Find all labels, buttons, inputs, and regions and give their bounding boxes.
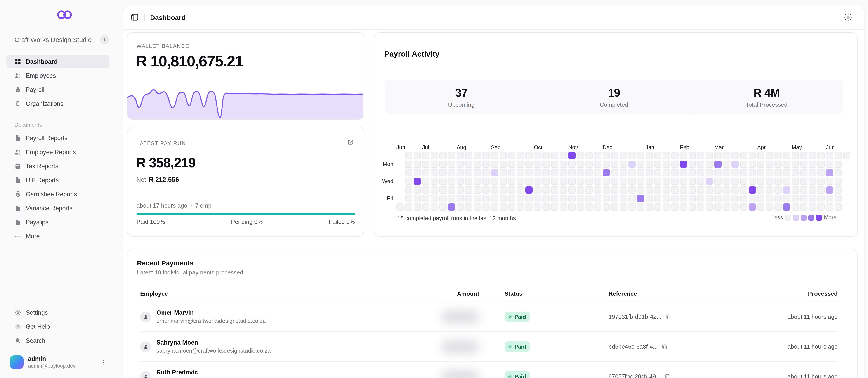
heatmap-cell: [740, 178, 747, 185]
heatmap-cell: [525, 169, 532, 176]
heatmap-cell: [688, 169, 695, 176]
table-row[interactable]: Ruth Predovicruth.predovic@craftworksdes…: [140, 362, 838, 378]
heatmap-cell: [542, 169, 550, 176]
heatmap-month-label: May: [792, 144, 802, 151]
heatmap-cell: [732, 195, 739, 202]
heatmap-cell: [697, 152, 704, 159]
recent-payments-title: Recent Payments: [137, 259, 193, 267]
sidebar-item-variance-reports[interactable]: Variance Reports: [6, 201, 110, 215]
heatmap-cell: [448, 169, 455, 176]
sidebar-item-employee-reports[interactable]: Employee Reports: [6, 145, 110, 159]
sidebar-item-get-help[interactable]: ?Get Help: [6, 320, 110, 333]
heatmap-cell: [723, 152, 730, 159]
payments-table: Employee Amount Status Reference Process…: [140, 285, 838, 378]
employee-avatar: [140, 341, 151, 352]
sidebar-item-uif-reports[interactable]: UIF Reports: [6, 173, 110, 187]
org-name: Craft Works Design Studio: [14, 36, 92, 43]
heatmap-cell: [568, 152, 575, 159]
pay-run-amount: R 358,219: [136, 155, 195, 170]
table-row[interactable]: Sabryna Moensabryna.moen@craftworksdesig…: [140, 332, 838, 362]
heatmap-cell: [491, 169, 498, 176]
heatmap-month-label: Jul: [422, 144, 429, 151]
sidebar-item-payroll-reports[interactable]: Payroll Reports: [6, 131, 110, 145]
kebab-menu-icon[interactable]: [101, 359, 107, 365]
sidebar: Craft Works Design Studio DashboardEmplo…: [0, 0, 116, 378]
heatmap-cell: [774, 195, 781, 202]
heatmap-cell: [783, 160, 790, 167]
heatmap-cell: [792, 203, 799, 211]
stat-value: 37: [455, 86, 467, 99]
org-dropdown-button[interactable]: [100, 35, 110, 44]
sidebar-item-label: Employees: [26, 72, 56, 79]
heatmap-cell: [792, 160, 799, 167]
heatmap-cell: [637, 178, 644, 185]
stat-upcoming: 37 Upcoming: [385, 80, 537, 115]
heatmap-cell: [835, 186, 842, 193]
heatmap-cell: [826, 186, 833, 193]
heatmap-cell: [671, 152, 678, 159]
heatmap-cell: [680, 186, 687, 193]
heatmap-cell: [517, 186, 524, 193]
sidebar-item-search[interactable]: Search: [6, 334, 110, 347]
heatmap-cell: [483, 169, 489, 176]
heatmap-cell: [405, 195, 412, 202]
heatmap-cell: [637, 169, 644, 176]
sidebar-toggle-icon[interactable]: [131, 13, 139, 21]
heatmap-cell: [594, 203, 601, 211]
copy-icon[interactable]: [664, 373, 671, 378]
sidebar-item-payslips[interactable]: Payslips: [6, 215, 110, 229]
heatmap-cell: [568, 178, 575, 185]
heatmap-cell: [422, 160, 429, 167]
heatmap-cell: [594, 178, 601, 185]
heatmap-cell: [826, 178, 833, 185]
wallet-sparkline-chart: [127, 86, 364, 120]
sidebar-item-organizations[interactable]: Organizations: [6, 97, 110, 110]
heatmap-cell: [585, 195, 592, 202]
heatmap-cell: [439, 203, 446, 211]
heatmap-month-label: Jun: [397, 144, 405, 151]
heatmap-cell: [835, 169, 842, 176]
user-card[interactable]: admin admin@payloop.dev: [6, 353, 110, 372]
heatmap-cell: [577, 186, 584, 193]
heatmap-cell: [439, 152, 446, 159]
sidebar-item-settings[interactable]: Settings: [6, 306, 110, 319]
divider: [136, 196, 355, 196]
theme-toggle-sun-icon[interactable]: [844, 13, 852, 21]
status-badge: Paid: [504, 371, 530, 378]
heatmap-cell: [534, 178, 541, 185]
heatmap-cell: [457, 152, 464, 159]
heatmap-cell: [774, 169, 781, 176]
heatmap-cell: [560, 186, 567, 193]
heatmap-cell: [783, 186, 790, 193]
sidebar-item-employees[interactable]: Employees: [6, 69, 110, 82]
main-panel: Dashboard WALLET BALANCE R 10,810,675.21: [123, 4, 864, 378]
heatmap-cell: [766, 195, 773, 202]
sidebar-item-label: Settings: [26, 309, 48, 316]
heatmap-cell: [723, 195, 730, 202]
sidebar-item-garnishee-reports[interactable]: $Garnishee Reports: [6, 187, 110, 201]
copy-icon[interactable]: [665, 314, 671, 320]
heatmap-cell: [602, 203, 610, 211]
sidebar-item-payroll[interactable]: $Payroll: [6, 83, 110, 96]
heatmap-cell: [671, 178, 678, 185]
heatmap-cell: [422, 203, 429, 211]
table-row[interactable]: Omer Marvinomer.marvin@craftworksdesigns…: [140, 302, 838, 332]
file-icon: [14, 218, 21, 226]
heatmap-cell: [508, 169, 515, 176]
heatmap-cell: [534, 169, 541, 176]
heatmap-cell: [585, 186, 592, 193]
legend-swatch: [816, 215, 822, 220]
sidebar-item-more[interactable]: More: [6, 229, 110, 243]
sidebar-item-dashboard[interactable]: Dashboard: [6, 55, 110, 68]
heatmap-cell: [611, 195, 618, 202]
external-link-icon[interactable]: [347, 139, 354, 146]
heatmap-cell: [646, 186, 653, 193]
heatmap-cell: [817, 169, 825, 176]
heatmap-cell: [654, 178, 661, 185]
heatmap-cell: [671, 160, 678, 167]
heatmap-cell: [551, 203, 558, 211]
org-selector[interactable]: Craft Works Design Studio: [14, 35, 110, 44]
sidebar-item-tax-reports[interactable]: Tax Reports: [6, 159, 110, 173]
heatmap-cell: [740, 186, 747, 193]
copy-icon[interactable]: [661, 343, 668, 350]
